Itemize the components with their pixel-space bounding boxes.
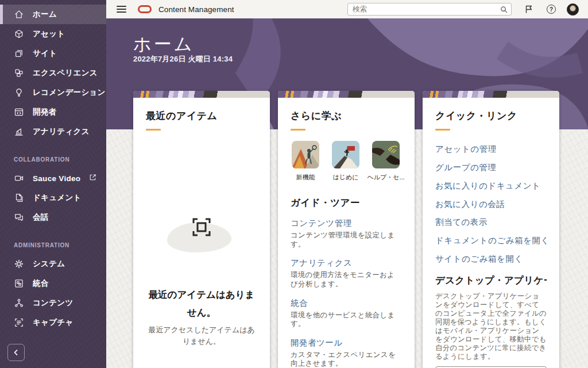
hamburger-menu-icon[interactable] — [117, 6, 126, 13]
thumbnail-getting-started[interactable]: はじめに — [331, 141, 361, 182]
sidebar-item-analytics[interactable]: アナリティクス — [0, 122, 106, 141]
developer-icon — [14, 107, 24, 117]
accent-underline — [435, 129, 450, 131]
empty-state-subtitle: 最近アクセスしたアイテムはありません。 — [146, 324, 257, 347]
sidebar-item-label: アセット — [33, 29, 65, 39]
sidebar-item-label: ドキュメント — [33, 193, 82, 203]
sidebar-section-collaboration: COLLABORATION — [14, 156, 106, 163]
thumbnail-new-features[interactable]: 新機能 — [291, 141, 320, 182]
quick-link-favorite-documents[interactable]: お気に入りのドキュメント — [435, 181, 547, 191]
help-center-image — [372, 141, 400, 168]
guided-tours-heading: ガイド・ツアー — [291, 197, 402, 209]
assets-cube-icon — [14, 29, 24, 39]
quick-link-documents-trash[interactable]: ドキュメントのごみ箱を開く — [435, 235, 547, 246]
sidebar-item-label: 会話 — [33, 212, 49, 223]
quick-link-view-assignments[interactable]: 割当ての表示 — [435, 217, 547, 228]
recent-items-card: 最近のアイテム 最近のアイテムはありません。 最近アクセスしたアイテムはありませ… — [133, 91, 270, 368]
sidebar-item-assets[interactable]: アセット — [0, 24, 106, 44]
sidebar-item-system[interactable]: システム — [0, 254, 106, 274]
sidebar-item-conversations[interactable]: 会話 — [0, 208, 106, 227]
content-nodes-icon — [14, 298, 24, 308]
card-decorative-strip — [133, 91, 270, 98]
tour-item: コンテンツ管理 コンテンツ管理環境を設定します。 — [291, 217, 402, 249]
sidebar-item-label: コンテンツ — [33, 298, 74, 308]
learn-thumbnails: 新機能 はじめに — [291, 141, 402, 182]
tour-link-integration[interactable]: 統合 — [291, 297, 402, 309]
quick-links-card: クイック・リンク アセットの管理 グループの管理 お気に入りのドキュメント お気… — [423, 91, 559, 368]
tour-link-analytics[interactable]: アナリティクス — [291, 257, 402, 269]
home-icon — [14, 9, 24, 20]
quick-link-favorite-conversations[interactable]: お気に入りの会話 — [435, 199, 547, 210]
tour-description: コンテンツ管理環境を設定します。 — [291, 231, 402, 249]
user-avatar[interactable] — [567, 3, 579, 16]
desktop-app-description: デスクトップ・アプリケーションをダウンロードして、すべてのコンピュータ上で全ファ… — [435, 292, 547, 361]
video-camera-icon — [14, 173, 24, 183]
card-title: クイック・リンク — [435, 109, 547, 122]
top-bar: Content Management ? — [106, 0, 588, 18]
sidebar-item-developer[interactable]: 開発者 — [0, 102, 106, 122]
tour-description: 環境の使用方法をモニターおよび分析します。 — [291, 271, 402, 289]
tour-description: カスタマ・エクスペリエンスを向上させます。 — [291, 351, 402, 368]
card-decorative-strip — [423, 91, 559, 98]
quick-links-list: アセットの管理 グループの管理 お気に入りのドキュメント お気に入りの会話 割当… — [435, 144, 547, 264]
sidebar-item-documents[interactable]: ドキュメント — [0, 188, 106, 208]
search-input[interactable] — [353, 5, 500, 13]
quick-link-manage-assets[interactable]: アセットの管理 — [435, 144, 547, 155]
sidebar-item-recommendations[interactable]: レコメンデーション — [0, 83, 106, 102]
thumbnail-help-center[interactable]: ヘルプ・セ... — [371, 141, 401, 182]
sidebar-item-label: アナリティクス — [33, 126, 90, 137]
search-icon[interactable] — [500, 6, 508, 13]
sites-icon — [14, 48, 24, 59]
accent-underline — [291, 129, 305, 131]
documents-icon — [14, 193, 24, 203]
empty-state-title: 最近のアイテムはありません。 — [146, 286, 257, 321]
tour-link-content-management[interactable]: コンテンツ管理 — [291, 217, 402, 229]
quick-link-sites-trash[interactable]: サイトのごみ箱を開く — [435, 254, 547, 264]
sidebar-item-label: サイト — [33, 48, 57, 59]
help-icon[interactable]: ? — [546, 4, 556, 14]
sidebar-item-label: エクスペリエンス — [33, 68, 98, 78]
new-features-image — [292, 141, 319, 168]
sidebar-item-label: 統合 — [33, 278, 49, 289]
sidebar-item-sauce-video[interactable]: Sauce Video — [0, 168, 106, 188]
thumbnail-label: 新機能 — [296, 173, 315, 182]
getting-started-image — [332, 141, 359, 168]
capture-icon — [14, 317, 24, 328]
sidebar-item-home[interactable]: ホーム — [0, 5, 106, 24]
card-title: 最近のアイテム — [146, 109, 257, 122]
sidebar-item-label: ホーム — [33, 9, 57, 20]
sidebar-collapse-button[interactable] — [7, 344, 25, 361]
sidebar-item-integration[interactable]: 統合 — [0, 274, 106, 293]
chat-bubbles-icon — [14, 212, 24, 223]
tour-item: 統合 環境を他のサービスと統合します。 — [291, 297, 402, 329]
external-link-icon — [89, 173, 96, 183]
sidebar-item-experiences[interactable]: エクスペリエンス — [0, 63, 106, 83]
scan-frame-icon — [190, 216, 213, 239]
sidebar-item-label: レコメンデーション — [33, 87, 106, 98]
app-title: Content Management — [158, 5, 234, 14]
sidebar-item-label: Sauce Video — [33, 174, 80, 183]
recommendations-bulb-icon — [14, 87, 24, 98]
sidebar-item-capture[interactable]: キャプチャ — [0, 313, 106, 332]
thumbnail-label: ヘルプ・セ... — [367, 173, 404, 182]
thumbnail-label: はじめに — [332, 173, 358, 182]
page-date: 2022年7月26日 火曜日 14:34 — [133, 54, 233, 64]
quick-link-manage-groups[interactable]: グループの管理 — [435, 162, 547, 173]
card-title: さらに学ぶ — [291, 109, 402, 122]
gear-icon — [14, 259, 24, 269]
empty-state-illustration — [167, 216, 236, 252]
desktop-app-heading: デスクトップ・アプリケー... — [435, 274, 547, 287]
sidebar-item-content[interactable]: コンテンツ — [0, 293, 106, 313]
page-title: ホーム — [133, 32, 194, 56]
tour-item: 開発者ツール カスタマ・エクスペリエンスを向上させます。 — [291, 337, 402, 368]
card-decorative-strip — [278, 91, 415, 98]
sidebar-item-sites[interactable]: サイト — [0, 44, 106, 63]
sidebar-section-administration: ADMINISTRATION — [14, 242, 106, 248]
tour-link-developer-tools[interactable]: 開発者ツール — [291, 337, 402, 349]
tour-item: アナリティクス 環境の使用方法をモニターおよび分析します。 — [291, 257, 402, 289]
announcements-flag-icon[interactable] — [524, 4, 534, 14]
analytics-icon — [14, 126, 24, 137]
sidebar-item-label: 開発者 — [33, 107, 56, 117]
sidebar: ホーム アセット サイト エクスペリエンス レコメンデーション 開発者 アナリテ… — [0, 0, 106, 368]
integration-icon — [14, 278, 24, 289]
